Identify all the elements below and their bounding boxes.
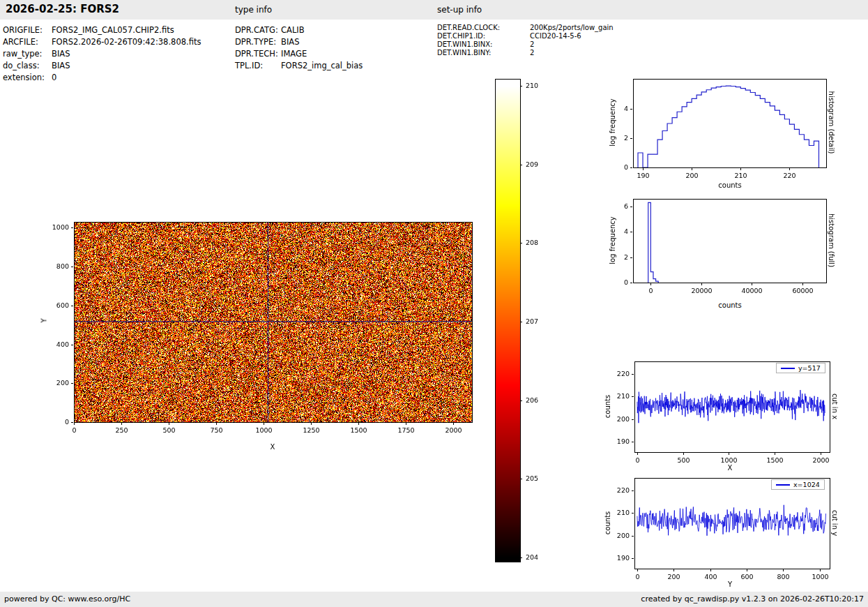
cut-x-legend: y=517	[776, 363, 825, 373]
setup-info-value: 200Kps/2ports/low_gain	[530, 24, 614, 31]
type-info-key: DPR.TYPE:	[235, 37, 281, 47]
type-info-key: DPR.TECH:	[235, 49, 281, 59]
page-title: 2026-02-25: FORS2	[6, 3, 119, 15]
type-info-key: TPL.ID:	[235, 61, 281, 70]
setup-info-row: DET.WIN1.BINX:2	[437, 40, 534, 48]
file-info-value: 0	[52, 73, 56, 82]
setup-info-key: DET.WIN1.BINX:	[437, 40, 530, 48]
legend-line-sample	[781, 368, 795, 369]
file-info-key: do_class:	[3, 61, 52, 70]
histogram-detail-ylabel: log frequency	[608, 77, 617, 168]
setup-info-value: 2	[530, 49, 534, 57]
file-info-value: FORS2.2026-02-26T09:42:38.808.fits	[52, 37, 201, 47]
setup-info-row: DET.READ.CLOCK:200Kps/2ports/low_gain	[437, 24, 614, 31]
file-info-value: BIAS	[52, 49, 70, 59]
type-info-value: FORS2_img_cal_bias	[281, 61, 363, 70]
file-info-key: raw_type:	[3, 49, 52, 59]
type-info-row: DPR.CATG:CALIB	[235, 25, 305, 35]
file-info-value: BIAS	[52, 61, 70, 70]
cut-y-ylabel: counts	[603, 478, 612, 569]
colorbar-canvas	[488, 75, 540, 568]
histogram-full-xlabel: counts	[695, 301, 765, 310]
raw-image-ylabel: Y	[40, 276, 49, 366]
setup-info-heading: set-up info	[437, 5, 482, 15]
setup-info-row: DET.CHIP1.ID:CCID20-14-5-6	[437, 32, 581, 40]
cut-x-legend-label: y=517	[798, 364, 821, 372]
type-info-value: IMAGE	[281, 49, 307, 59]
type-info-key: DPR.CATG:	[235, 25, 281, 35]
histogram-detail-xlabel: counts	[695, 181, 765, 190]
footer-left: powered by QC: www.eso.org/HC	[4, 594, 130, 604]
type-info-value: CALIB	[281, 25, 305, 35]
cut-y-legend: x=1024	[771, 479, 825, 490]
histogram-full-canvas	[598, 192, 835, 300]
cut-x-ylabel: counts	[603, 361, 612, 452]
file-info-row: ORIGFILE:FORS2_IMG_CAL057.CHIP2.fits	[3, 25, 174, 35]
file-info-row: ARCFILE:FORS2.2026-02-26T09:42:38.808.fi…	[3, 37, 201, 47]
legend-line-sample	[776, 484, 790, 486]
histogram-full-ylabel: log frequency	[608, 195, 617, 286]
cut-y-xlabel: Y	[695, 580, 765, 589]
setup-info-key: DET.CHIP1.ID:	[437, 32, 530, 40]
type-info-row: DPR.TYPE:BIAS	[235, 37, 299, 47]
cut-x-xlabel: X	[695, 463, 765, 472]
type-info-heading: type info	[235, 5, 272, 15]
file-info-key: ARCFILE:	[3, 37, 52, 47]
type-info-row: TPL.ID:FORS2_img_cal_bias	[235, 61, 363, 70]
setup-info-key: DET.READ.CLOCK:	[437, 24, 530, 31]
footer-right: created by qc_rawdisp.py v1.2.3 on 2026-…	[641, 594, 864, 604]
cut-y-right-label: cut in y	[830, 478, 839, 569]
file-info-row: raw_type:BIAS	[3, 49, 70, 59]
histogram-full-right-label: histogram (full)	[827, 195, 836, 286]
cut-y-legend-label: x=1024	[793, 481, 820, 488]
file-info-key: extension:	[3, 73, 52, 82]
setup-info-value: 2	[530, 40, 534, 48]
raw-image-canvas	[38, 213, 485, 457]
raw-image-xlabel: X	[238, 442, 307, 451]
histogram-detail-canvas	[598, 72, 835, 190]
setup-info-value: CCID20-14-5-6	[530, 32, 581, 40]
header-bar: 2026-02-25: FORS2 type info set-up info	[0, 0, 868, 20]
histogram-detail-right-label: histogram (detail)	[827, 77, 836, 168]
setup-info-key: DET.WIN1.BINY:	[437, 49, 530, 57]
file-info-key: ORIGFILE:	[3, 25, 52, 35]
footer-bar: powered by QC: www.eso.org/HC created by…	[0, 592, 868, 607]
type-info-row: DPR.TECH:IMAGE	[235, 49, 307, 59]
file-info-value: FORS2_IMG_CAL057.CHIP2.fits	[52, 25, 174, 35]
file-info-row: extension:0	[3, 73, 56, 82]
cut-x-right-label: cut in x	[830, 361, 839, 452]
type-info-value: BIAS	[281, 37, 299, 47]
file-info-row: do_class:BIAS	[3, 61, 70, 70]
setup-info-row: DET.WIN1.BINY:2	[437, 49, 534, 57]
